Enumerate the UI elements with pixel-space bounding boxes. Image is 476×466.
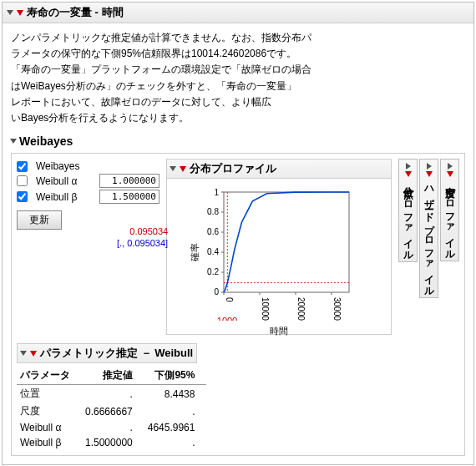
table-row: Weibull α . 4645.9961 — [17, 420, 206, 435]
parametric-estimate-block: パラメトリック推定 － Weibull パラメータ 推定値 下側95% 位置 . — [17, 343, 459, 450]
chevron-right-icon — [448, 163, 453, 170]
svg-text:0.8: 0.8 — [207, 207, 219, 216]
profile-tabs: 分位点プロファイル ハザードプロファイル 密度プロファイル — [398, 159, 459, 298]
svg-text:1000: 1000 — [217, 316, 237, 321]
disclosure-icon[interactable] — [170, 166, 176, 171]
disclosure-icon[interactable] — [10, 139, 17, 144]
svg-rect-0 — [224, 192, 349, 292]
svg-text:30000: 30000 — [332, 297, 342, 321]
profile-annotation: 0.095034 [., 0.095034] — [117, 225, 168, 250]
note-line: レポートにおいて、故障ゼロのデータに対して、より幅広 — [11, 94, 465, 110]
update-button[interactable]: 更新 — [17, 210, 62, 230]
disclosure-icon[interactable] — [7, 10, 13, 15]
tab-label: 分位点プロファイル — [401, 179, 415, 256]
x-axis-label: 時間 — [195, 325, 362, 337]
tab-density-profile[interactable]: 密度プロファイル — [440, 159, 459, 261]
svg-text:1: 1 — [214, 188, 219, 197]
alpha-checkbox[interactable] — [17, 175, 28, 186]
menu-icon[interactable] — [17, 10, 23, 16]
cdf-chart: 確率 — [195, 187, 362, 329]
y-axis-label: 確率 — [189, 243, 201, 261]
menu-icon[interactable] — [30, 351, 37, 357]
menu-icon — [405, 171, 412, 177]
beta-checkbox[interactable] — [17, 191, 28, 202]
param-title: パラメトリック推定 － Weibull — [40, 346, 193, 361]
note-block: ノンパラメトリックな推定値が計算できません。なお、指数分布パ ラメータの保守的な… — [11, 30, 465, 126]
table-row: 尺度 0.6666667 . — [17, 403, 206, 420]
tab-label: ハザードプロファイル — [422, 179, 436, 292]
note-line: はWeiBayes分析のみ」のチェックを外すと、「寿命の一変量」 — [11, 79, 465, 94]
col-low95: 下側95% — [144, 367, 207, 385]
chevron-right-icon — [406, 163, 411, 170]
alpha-label: Weibull α — [36, 175, 94, 187]
table-row: Weibull β 1.5000000 . — [17, 435, 206, 450]
note-line: ノンパラメトリックな推定値が計算できません。なお、指数分布パ — [11, 30, 465, 46]
cdf-svg: 0 0.2 0.4 0.6 0.8 1 — [195, 187, 362, 321]
beta-input[interactable] — [99, 190, 160, 204]
col-est: 推定値 — [82, 367, 144, 385]
svg-text:0: 0 — [225, 297, 234, 302]
svg-text:20000: 20000 — [296, 297, 306, 321]
svg-text:10000: 10000 — [261, 297, 270, 321]
tab-quantile-profile[interactable]: 分位点プロファイル — [398, 159, 418, 262]
note-line: ラメータの保守的な下側95%信頼限界は10014.24602086です。 — [11, 46, 465, 62]
svg-text:0.4: 0.4 — [207, 247, 219, 256]
weibayes-block: Weibayes Weibull α Weibull β 更新 — [11, 153, 465, 456]
alpha-input[interactable] — [99, 174, 160, 188]
table-row: 位置 . 8.4438 — [17, 385, 206, 403]
menu-icon — [447, 171, 453, 177]
annot-interval: [., 0.095034] — [117, 237, 168, 249]
weibayes-checkbox-label: Weibayes — [36, 160, 94, 172]
annot-value: 0.095034 — [117, 225, 168, 237]
profile-header: 分布プロファイル — [167, 160, 391, 179]
panel-title: 寿命の一変量 - 時間 — [27, 5, 124, 20]
note-line: 「寿命の一変量」プラットフォームの環境設定で「故障ゼロの場合 — [11, 62, 465, 78]
col-param: パラメータ — [17, 367, 82, 385]
menu-icon — [426, 171, 433, 177]
profile-title: 分布プロファイル — [190, 161, 276, 176]
tab-label: 密度プロファイル — [443, 179, 457, 256]
svg-text:0.6: 0.6 — [207, 227, 219, 236]
svg-text:0: 0 — [214, 287, 219, 296]
svg-text:0.2: 0.2 — [207, 267, 219, 276]
disclosure-icon[interactable] — [20, 351, 27, 356]
beta-label: Weibull β — [36, 191, 94, 203]
life-univariate-panel: 寿命の一変量 - 時間 ノンパラメトリックな推定値が計算できません。なお、指数分… — [2, 2, 474, 465]
distribution-profile-panel: 分布プロファイル 0.095034 [., 0.095034] 確率 — [166, 159, 392, 335]
weibayes-controls: Weibayes Weibull α Weibull β 更新 — [17, 159, 160, 230]
menu-icon[interactable] — [180, 166, 186, 172]
tab-hazard-profile[interactable]: ハザードプロファイル — [419, 159, 438, 298]
weibayes-section-header: Weibayes — [11, 134, 465, 148]
weibayes-checkbox[interactable] — [17, 161, 28, 172]
panel-header: 寿命の一変量 - 時間 — [3, 3, 473, 23]
section-title-text: Weibayes — [19, 134, 73, 148]
chevron-right-icon — [427, 163, 432, 170]
param-table: パラメータ 推定値 下側95% 位置 . 8.4438 尺度 — [17, 367, 206, 450]
note-line: いBayes分析を行えるようになります。 — [11, 110, 465, 126]
panel-body: ノンパラメトリックな推定値が計算できません。なお、指数分布パ ラメータの保守的な… — [3, 23, 473, 464]
